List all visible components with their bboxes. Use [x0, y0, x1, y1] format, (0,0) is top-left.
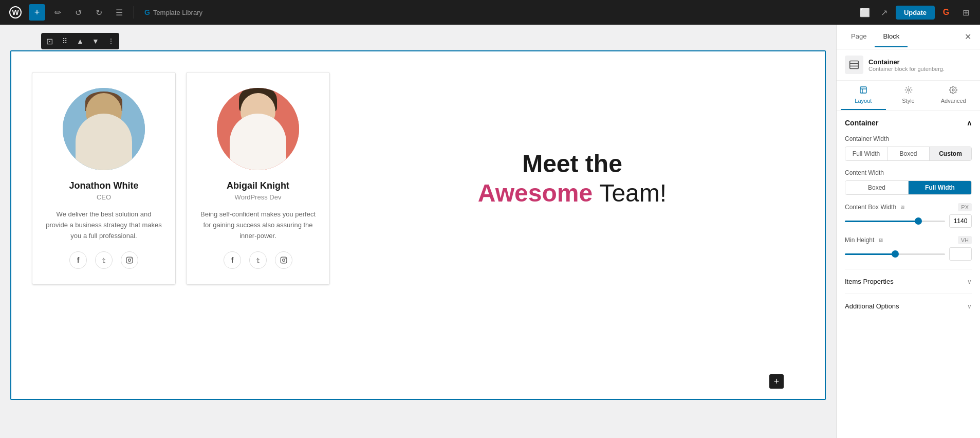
- monitor-min-icon: 🖥: [878, 238, 883, 243]
- panel-tabs: Page Block: [843, 26, 961, 47]
- undo-button[interactable]: ↺: [70, 4, 86, 21]
- container-section-heading: Container ∧: [845, 119, 972, 127]
- wp-logo: W: [6, 3, 25, 22]
- min-height-slider-container: [845, 247, 972, 261]
- sub-tab-advanced[interactable]: Advanced: [931, 81, 976, 110]
- sub-tab-layout[interactable]: Layout: [841, 81, 886, 110]
- block-info: Container Container block for gutenberg.: [837, 49, 980, 81]
- edit-tool-button[interactable]: ✏: [49, 4, 66, 21]
- team-name-1: Jonathon White: [45, 180, 163, 191]
- external-link-button[interactable]: ↗: [876, 4, 893, 21]
- g-icon: G: [943, 8, 949, 17]
- content-box-width-label-row: Content Box Width 🖥 PX: [845, 203, 972, 211]
- monitor-icon: 🖥: [900, 205, 905, 210]
- move-down-button[interactable]: ▼: [88, 34, 103, 48]
- sub-tabs: Layout Style Advanced: [837, 81, 980, 111]
- custom-label: Custom: [939, 150, 962, 157]
- chevron-up-icon: ▲: [77, 37, 84, 45]
- content-full-width-option[interactable]: Full Width: [909, 181, 971, 194]
- meet-the-headline: Meet the: [350, 149, 794, 179]
- close-icon: ✕: [965, 32, 971, 42]
- meet-the-text: Meet the: [522, 150, 622, 177]
- additional-options-header[interactable]: Additional Options ∨: [845, 300, 972, 312]
- update-button[interactable]: Update: [896, 6, 935, 20]
- main-layout: ⊡ ⠿ ▲ ▼ ⋮: [0, 25, 980, 438]
- awesome-team-headline: Awesome Team!: [350, 178, 794, 208]
- min-height-label-row: Min Height 🖥 VH: [845, 236, 972, 244]
- custom-option[interactable]: Custom: [930, 147, 971, 160]
- drag-handle-button[interactable]: ⠿: [58, 34, 72, 48]
- panel-content: Container ∧ Container Width Full Width B…: [837, 111, 980, 438]
- topbar: W + ✏ ↺ ↻ ☰ G Template Library ⬜ ↗ Updat…: [0, 0, 980, 25]
- full-width-option[interactable]: Full Width: [845, 147, 887, 160]
- min-height-row: Min Height 🖥 VH: [845, 236, 972, 261]
- instagram-icon-1[interactable]: [121, 251, 138, 269]
- container-collapse-icon[interactable]: ∧: [967, 119, 972, 127]
- team-desc-1: We deliver the best solution and provide…: [45, 209, 163, 241]
- sub-tab-style-label: Style: [902, 98, 914, 104]
- sub-tab-layout-label: Layout: [855, 98, 872, 104]
- content-box-width-value[interactable]: 1140: [949, 214, 972, 228]
- container-block-icon: [845, 56, 863, 74]
- additional-options-arrow: ∨: [967, 303, 972, 310]
- facebook-icon-1[interactable]: f: [69, 251, 87, 269]
- svg-point-7: [285, 259, 286, 259]
- content-box-width-slider[interactable]: [845, 221, 945, 222]
- min-height-label: Min Height: [845, 236, 874, 244]
- min-height-label-text: Min Height 🖥: [845, 236, 883, 244]
- chevron-down-icon: ▼: [92, 37, 99, 45]
- container-title: Container: [845, 119, 878, 127]
- add-block-canvas-button[interactable]: +: [769, 374, 784, 389]
- content-full-width-label: Full Width: [925, 184, 955, 191]
- block-type-button[interactable]: ⊡: [42, 34, 57, 48]
- team-section: Jonathon White CEO We deliver the best s…: [22, 62, 815, 295]
- items-properties-title: Items Properties: [845, 278, 894, 285]
- twitter-icon-1[interactable]: 𝕥: [95, 251, 113, 269]
- plus-icon: +: [34, 7, 40, 18]
- svg-rect-8: [850, 61, 859, 69]
- block-toolbar: ⊡ ⠿ ▲ ▼ ⋮: [41, 33, 119, 49]
- right-panel: Page Block ✕ Container Contain: [836, 25, 980, 438]
- drag-icon: ⠿: [62, 37, 67, 45]
- container-block: Jonathon White CEO We deliver the best s…: [10, 50, 826, 400]
- additional-options-title: Additional Options: [845, 302, 899, 310]
- template-library-button[interactable]: G Template Library: [140, 6, 207, 19]
- content-box-width-label: Content Box Width: [845, 204, 896, 211]
- content-box-width-slider-container: 1140: [845, 214, 972, 228]
- add-block-topbar-button[interactable]: +: [29, 4, 45, 21]
- min-height-value[interactable]: [949, 247, 972, 261]
- team-card-1: Jonathon White CEO We deliver the best s…: [32, 72, 176, 285]
- canvas-area: ⊡ ⠿ ▲ ▼ ⋮: [0, 25, 836, 438]
- min-height-slider[interactable]: [845, 253, 945, 255]
- update-label: Update: [904, 9, 927, 16]
- items-properties-header[interactable]: Items Properties ∨: [845, 276, 972, 287]
- grammarly-icon-button[interactable]: G: [938, 4, 954, 21]
- more-options-button[interactable]: ⋮: [104, 34, 118, 48]
- content-width-options: Boxed Full Width: [845, 180, 972, 195]
- content-box-width-label-text: Content Box Width 🖥: [845, 204, 905, 211]
- pencil-icon: ✏: [54, 8, 61, 17]
- block-view-button[interactable]: ⊞: [957, 4, 974, 21]
- desktop-preview-button[interactable]: ⬜: [857, 4, 873, 21]
- external-link-icon: ↗: [881, 8, 887, 17]
- redo-button[interactable]: ↻: [90, 4, 107, 21]
- instagram-icon-2[interactable]: [275, 251, 292, 269]
- content-boxed-option[interactable]: Boxed: [845, 181, 909, 194]
- tab-block[interactable]: Block: [875, 26, 908, 47]
- svg-text:W: W: [12, 8, 19, 16]
- move-up-button[interactable]: ▲: [73, 34, 87, 48]
- template-library-g-icon: G: [144, 8, 150, 16]
- facebook-icon-2[interactable]: f: [224, 251, 241, 269]
- boxed-option[interactable]: Boxed: [887, 147, 930, 160]
- additional-options-section: Additional Options ∨: [845, 294, 972, 318]
- panel-header: Page Block ✕: [837, 25, 980, 49]
- block-view-icon: ⊞: [963, 8, 969, 17]
- sub-tab-style[interactable]: Style: [886, 81, 931, 110]
- team-photo-1: [63, 88, 145, 170]
- panel-close-button[interactable]: ✕: [961, 31, 974, 43]
- tab-page[interactable]: Page: [843, 26, 875, 47]
- svg-point-6: [283, 259, 285, 262]
- twitter-icon-2[interactable]: 𝕥: [249, 251, 267, 269]
- meet-team-text: Meet the Awesome Team!: [340, 139, 804, 218]
- list-view-button[interactable]: ☰: [111, 4, 127, 21]
